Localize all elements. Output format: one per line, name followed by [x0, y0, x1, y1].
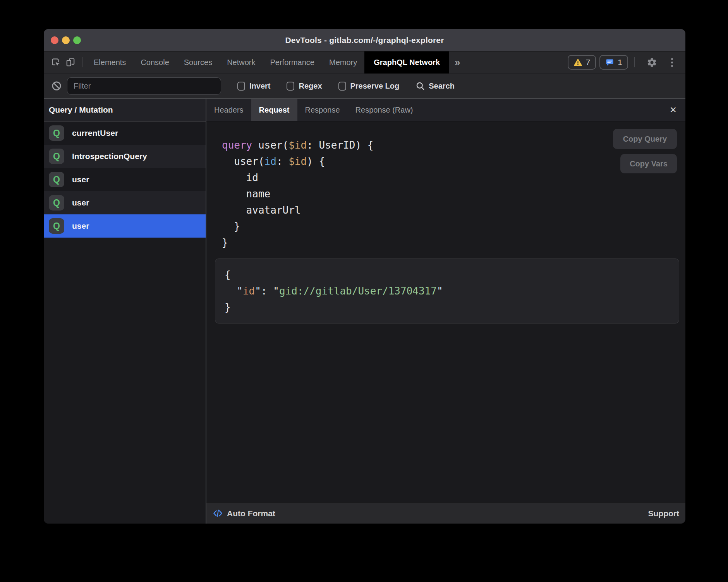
query-list-item[interactable]: Q user — [44, 168, 206, 191]
regex-label: Regex — [299, 82, 322, 91]
toolbar-separator — [82, 57, 82, 67]
title-bar: DevTools - gitlab.com/-/graphql-explorer — [44, 29, 685, 51]
tab-console[interactable]: Console — [133, 51, 176, 74]
device-toolbar-button[interactable] — [63, 55, 78, 70]
query-list-item[interactable]: Q user — [44, 191, 206, 214]
tab-network[interactable]: Network — [220, 51, 263, 74]
minimize-window-button[interactable] — [62, 36, 70, 44]
tab-performance[interactable]: Performance — [263, 51, 322, 74]
window-title: DevTools - gitlab.com/-/graphql-explorer — [285, 36, 444, 45]
devtools-window: DevTools - gitlab.com/-/graphql-explorer… — [44, 29, 685, 524]
zoom-window-button[interactable] — [73, 36, 81, 44]
code-line: } — [222, 218, 685, 235]
more-tabs-button[interactable]: » — [449, 56, 465, 68]
tab-memory[interactable]: Memory — [322, 51, 364, 74]
console-messages-badge[interactable]: 1 — [599, 55, 628, 70]
inspect-element-icon — [51, 57, 61, 67]
console-warnings-badge[interactable]: 7 — [568, 55, 596, 70]
regex-checkbox-group[interactable]: Regex — [287, 82, 322, 91]
search-icon — [416, 81, 425, 91]
code-line: name — [222, 186, 685, 202]
query-list-item-selected[interactable]: Q user — [44, 214, 206, 238]
query-list-item[interactable]: Q IntrospectionQuery — [44, 145, 206, 168]
support-link[interactable]: Support — [648, 509, 679, 518]
copy-query-button[interactable]: Copy Query — [613, 129, 677, 149]
tab-request[interactable]: Request — [251, 99, 297, 121]
invert-checkbox-group[interactable]: Invert — [237, 82, 270, 91]
code-line: } — [225, 299, 670, 315]
query-type-badge: Q — [49, 218, 64, 234]
copy-vars-button[interactable]: Copy Vars — [620, 154, 677, 173]
panel-footer: Auto Format Support — [206, 503, 685, 524]
window-controls — [51, 29, 81, 51]
request-content: query user($id: UserID) { user(id: $id) … — [206, 122, 685, 503]
block-icon — [51, 80, 62, 91]
search-label: Search — [429, 82, 455, 91]
gear-icon — [647, 57, 657, 68]
chat-bubble-icon — [605, 58, 614, 67]
kebab-menu-icon — [671, 58, 673, 67]
auto-format-button[interactable]: Auto Format — [227, 509, 275, 518]
main-split: Query / Mutation Q currentUser Q Introsp… — [44, 99, 685, 524]
warning-count: 7 — [586, 58, 591, 67]
query-name: user — [72, 221, 89, 231]
tab-graphql-network[interactable]: GraphQL Network — [364, 51, 449, 74]
query-name: currentUser — [72, 128, 118, 138]
regex-checkbox[interactable] — [287, 82, 294, 91]
device-toolbar-icon — [65, 57, 76, 67]
close-panel-button[interactable]: ✕ — [661, 99, 685, 121]
tab-sources[interactable]: Sources — [177, 51, 220, 74]
close-icon: ✕ — [670, 105, 677, 115]
code-line: avatarUrl — [222, 202, 685, 218]
query-name: user — [72, 175, 89, 184]
inspect-element-button[interactable] — [48, 55, 63, 70]
query-type-badge: Q — [49, 195, 64, 211]
message-count: 1 — [618, 58, 622, 67]
invert-label: Invert — [249, 82, 270, 91]
query-variables-box: { "id": "gid://gitlab/User/13704317"} — [215, 258, 679, 324]
code-format-icon — [213, 508, 223, 519]
tab-response[interactable]: Response — [297, 99, 348, 121]
invert-checkbox[interactable] — [237, 82, 245, 91]
more-options-button[interactable] — [664, 55, 679, 70]
preserve-log-label: Preserve Log — [350, 82, 400, 91]
request-panel: Headers Request Response Response (Raw) … — [206, 99, 685, 524]
tab-response-raw[interactable]: Response (Raw) — [348, 99, 421, 121]
close-window-button[interactable] — [51, 36, 58, 44]
tab-headers[interactable]: Headers — [206, 99, 251, 121]
settings-button[interactable] — [644, 55, 659, 70]
filter-bar: Invert Regex Preserve Log Search — [44, 74, 685, 99]
query-name: user — [72, 198, 89, 207]
code-line: "id": "gid://gitlab/User/13704317" — [225, 283, 670, 299]
query-sidebar: Query / Mutation Q currentUser Q Introsp… — [44, 99, 206, 524]
query-name: IntrospectionQuery — [72, 152, 147, 161]
preserve-log-checkbox[interactable] — [338, 82, 346, 91]
preserve-log-checkbox-group[interactable]: Preserve Log — [338, 82, 400, 91]
search-button[interactable]: Search — [416, 81, 455, 91]
tab-elements[interactable]: Elements — [86, 51, 133, 74]
query-type-badge: Q — [49, 149, 64, 164]
query-list-item[interactable]: Q currentUser — [44, 122, 206, 145]
clear-filter-button[interactable] — [49, 79, 64, 93]
devtools-tab-bar: Elements Console Sources Network Perform… — [44, 51, 685, 74]
warning-icon — [573, 58, 582, 67]
copy-buttons: Copy Query Copy Vars — [613, 129, 677, 173]
toolbar-separator — [634, 57, 635, 67]
sidebar-header: Query / Mutation — [44, 99, 206, 122]
query-type-badge: Q — [49, 172, 64, 187]
filter-input[interactable] — [67, 77, 221, 95]
panel-tab-bar: Headers Request Response Response (Raw) … — [206, 99, 685, 122]
code-line: { — [225, 267, 670, 283]
query-type-badge: Q — [49, 125, 64, 141]
code-line: } — [222, 235, 685, 251]
